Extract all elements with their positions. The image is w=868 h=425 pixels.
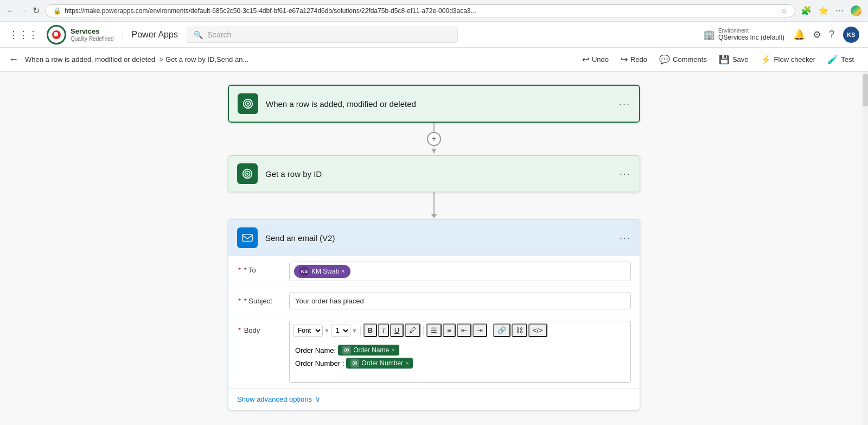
env-area: 🏢 Environment QServices Inc (default) <box>703 28 784 41</box>
numbered-list-button[interactable]: ≡ <box>443 323 456 337</box>
token-1-label: Order Name <box>353 346 389 354</box>
flow-checker-button[interactable]: ⚡ Flow checker <box>755 51 821 68</box>
hamburger-icon[interactable]: ⋮⋮⋮ <box>9 29 38 41</box>
star-icon[interactable]: ☆ <box>781 7 787 15</box>
save-button[interactable]: 💾 Save <box>713 51 754 68</box>
subject-label: * * Subject <box>237 293 280 305</box>
lock-icon: 🔒 <box>53 7 61 15</box>
undo-button[interactable]: ↩ Undo <box>577 51 614 68</box>
rt-sep-1 <box>360 326 361 335</box>
test-button[interactable]: 🧪 Test <box>822 51 859 68</box>
app-name: Power Apps <box>123 30 178 40</box>
search-icon: 🔍 <box>194 30 203 39</box>
refresh-icon[interactable]: ↻ <box>33 5 40 16</box>
font-size-select[interactable]: 12 <box>331 325 350 337</box>
email-node-header[interactable]: Send an email (V2) ··· <box>228 220 640 256</box>
test-label: Test <box>841 55 854 64</box>
flow-container: When a row is added, modified or deleted… <box>228 85 640 410</box>
advanced-options-link[interactable]: Show advanced options ∨ <box>228 389 640 410</box>
rt-sep-2 <box>423 326 424 335</box>
more-icon[interactable]: ⋯ <box>835 5 844 16</box>
logo-name: Services <box>71 27 114 36</box>
bell-icon[interactable]: 🔔 <box>793 29 805 41</box>
to-field[interactable]: KS KM Swati × <box>289 262 631 281</box>
email-body: * * To KS KM Swati × <box>228 256 640 410</box>
email-title: Send an email (V2) <box>265 233 612 243</box>
bold-button[interactable]: B <box>363 323 377 337</box>
header-icons: 🔔 ⚙ ? <box>793 29 834 41</box>
scrollbar-thumb[interactable] <box>863 74 868 106</box>
body-line-2: Order Number : Order Number <box>295 358 625 369</box>
email-more-icon[interactable]: ··· <box>620 232 631 244</box>
indent-left-button[interactable]: ⇤ <box>457 323 471 337</box>
font-select[interactable]: Font <box>293 325 323 337</box>
code-button[interactable]: </> <box>528 323 547 337</box>
subject-field[interactable] <box>289 293 631 309</box>
to-tag-avatar: KS <box>299 267 309 276</box>
save-icon: 💾 <box>719 54 730 65</box>
env-text: Environment QServices Inc (default) <box>718 28 784 41</box>
trigger-title: When a row is added, modified or deleted <box>266 99 611 109</box>
help-icon[interactable]: ? <box>829 29 834 40</box>
svg-point-2 <box>247 103 249 105</box>
undo-label: Undo <box>592 55 609 64</box>
toolbar-actions: ↩ Undo ↪ Redo 💬 Comments 💾 Save ⚡ Flow c… <box>577 51 859 68</box>
underline-button[interactable]: U <box>390 323 404 337</box>
connector-arrow-1: ▼ <box>430 147 438 155</box>
italic-button[interactable]: I <box>378 323 389 337</box>
svg-point-5 <box>246 173 248 175</box>
settings-icon[interactable]: ⚙ <box>813 29 821 41</box>
highlight-button[interactable]: 🖊 <box>405 323 420 337</box>
logo-inner <box>52 30 61 39</box>
flow-checker-icon: ⚡ <box>761 54 771 65</box>
add-step-button-1[interactable]: + <box>427 132 441 146</box>
body-field: Font ▼ 12 ▼ B I U 🖊 <box>289 321 631 383</box>
logo-text-block: Services Quality Redefined <box>71 27 114 42</box>
extension-icon[interactable]: 🧩 <box>801 5 812 16</box>
trigger-node-header[interactable]: When a row is added, modified or deleted… <box>228 85 640 123</box>
get-row-header[interactable]: Get a row by ID ··· <box>228 155 640 192</box>
indent-right-button[interactable]: ⇥ <box>473 323 487 337</box>
comments-button[interactable]: 💬 Comments <box>654 51 712 68</box>
body-label: * Body <box>237 321 280 334</box>
to-tag-input[interactable]: KS KM Swati × <box>289 262 631 281</box>
body-row: * Body Font ▼ 12 ▼ <box>228 315 640 389</box>
unlink-button[interactable]: ⛓ <box>512 323 527 337</box>
rt-content[interactable]: Order Name: Order Name <box>289 339 631 383</box>
order-number-prefix: Order Number : <box>295 359 344 367</box>
flow-checker-label: Flow checker <box>774 55 816 64</box>
get-row-more-icon[interactable]: ··· <box>620 168 631 180</box>
to-tag-close-icon[interactable]: × <box>341 268 345 275</box>
trigger-node[interactable]: When a row is added, modified or deleted… <box>228 85 640 123</box>
rt-toolbar: Font ▼ 12 ▼ B I U 🖊 <box>289 321 631 339</box>
forward-nav-icon[interactable]: → <box>20 6 28 16</box>
search-box[interactable]: 🔍 Search <box>187 27 458 43</box>
token-icon-1 <box>342 346 351 354</box>
rt-sep-3 <box>490 326 490 335</box>
get-row-node[interactable]: Get a row by ID ··· <box>228 155 640 192</box>
header-right: 🏢 Environment QServices Inc (default) 🔔 … <box>703 27 859 43</box>
order-name-prefix: Order Name: <box>295 346 336 354</box>
get-row-title: Get a row by ID <box>265 169 612 179</box>
trigger-more-icon[interactable]: ··· <box>619 98 630 110</box>
browser-nav[interactable]: ← → ↻ <box>7 5 40 16</box>
subject-row: * * Subject <box>228 287 640 315</box>
test-icon: 🧪 <box>827 54 838 65</box>
favorites-icon[interactable]: ⭐ <box>818 5 829 16</box>
comments-label: Comments <box>673 55 707 64</box>
link-button[interactable]: 🔗 <box>493 323 510 337</box>
chevron-down-icon: ∨ <box>315 395 321 403</box>
address-bar[interactable]: 🔒 https://make.powerapps.com/environment… <box>45 4 795 17</box>
token-1-close-icon[interactable]: × <box>391 347 394 353</box>
bullet-list-button[interactable]: ☰ <box>426 323 442 337</box>
token-2-close-icon[interactable]: × <box>405 360 409 366</box>
subject-input[interactable] <box>289 293 631 309</box>
to-label: * * To <box>237 262 280 274</box>
scrollbar-track <box>863 72 868 425</box>
toolbar-back-icon[interactable]: ← <box>9 54 18 65</box>
svg-point-8 <box>346 349 347 351</box>
back-nav-icon[interactable]: ← <box>7 6 15 16</box>
user-avatar[interactable]: KS <box>843 27 859 43</box>
redo-button[interactable]: ↪ Redo <box>615 51 653 68</box>
logo-sub: Quality Redefined <box>71 36 114 42</box>
